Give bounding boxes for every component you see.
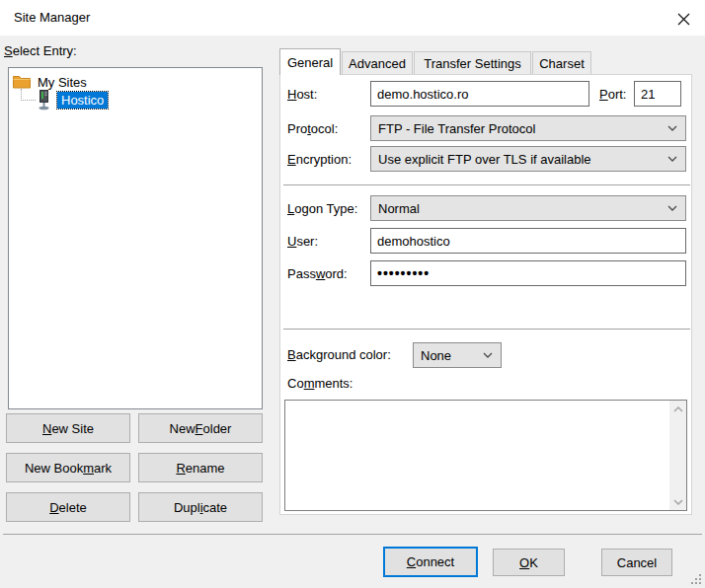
encryption-select[interactable]: Use explicit FTP over TLS if available <box>370 146 686 172</box>
chevron-down-icon <box>667 125 677 131</box>
background-color-selected-value: None <box>421 348 451 363</box>
cancel-button[interactable]: Cancel <box>601 549 672 576</box>
connect-button[interactable]: Connect <box>383 547 478 577</box>
host-label: Host: <box>287 82 317 108</box>
window-title: Site Manager <box>14 10 90 25</box>
site-manager-dialog: Site Manager Select Entry: My Sites <box>0 0 705 588</box>
duplicate-button[interactable]: Duplicate <box>138 492 263 522</box>
chevron-down-icon <box>667 156 677 162</box>
protocol-selected-value: FTP - File Transfer Protocol <box>378 121 535 136</box>
section-separator <box>283 329 690 330</box>
chevron-down-icon <box>667 205 677 211</box>
section-separator <box>283 184 690 185</box>
tree-item-hostico[interactable]: Hostico <box>37 89 108 110</box>
user-label: User: <box>287 229 318 255</box>
chevron-down-icon <box>483 352 493 358</box>
logon-type-label: Logon Type: <box>287 196 357 222</box>
general-tab-panel: Host: Port: Protocol: FTP - File Transfe… <box>279 74 692 515</box>
resize-grip[interactable] <box>690 573 702 585</box>
rename-button[interactable]: Rename <box>138 453 263 482</box>
tree-connector-line <box>21 89 36 101</box>
site-tree[interactable]: My Sites Hostico <box>8 67 263 409</box>
user-input[interactable] <box>370 228 686 254</box>
close-button[interactable] <box>673 9 693 29</box>
ok-button[interactable]: OK <box>493 549 565 576</box>
tab-charset[interactable]: Charset <box>532 51 591 74</box>
close-icon <box>676 12 691 27</box>
comments-textarea[interactable] <box>284 400 687 511</box>
tree-item-label-selected: Hostico <box>57 92 108 109</box>
tree-item-label: My Sites <box>38 75 87 90</box>
comments-label: Comments: <box>287 374 352 394</box>
footer-separator <box>3 534 702 535</box>
tab-transfer-settings[interactable]: Transfer Settings <box>414 51 531 74</box>
background-color-select[interactable]: None <box>413 342 502 368</box>
logon-type-selected-value: Normal <box>378 201 420 216</box>
tab-general[interactable]: General <box>279 48 341 75</box>
logon-type-select[interactable]: Normal <box>370 195 686 221</box>
chevron-up-icon <box>673 406 683 412</box>
port-label: Port: <box>599 82 626 108</box>
new-site-button[interactable]: New Site <box>6 413 130 443</box>
port-input[interactable] <box>634 81 681 107</box>
chevron-down-icon <box>673 499 683 505</box>
encryption-label: Encryption: <box>287 147 352 173</box>
new-bookmark-button[interactable]: New Bookmark <box>6 453 130 482</box>
background-color-label: Background color: <box>287 342 391 368</box>
comments-scrollbar[interactable] <box>669 401 686 510</box>
password-label: Password: <box>287 261 348 287</box>
scroll-down-button[interactable] <box>669 493 686 510</box>
new-folder-button[interactable]: New Folder <box>138 413 263 443</box>
protocol-select[interactable]: FTP - File Transfer Protocol <box>370 115 686 141</box>
scroll-up-button[interactable] <box>669 401 686 417</box>
protocol-label: Protocol: <box>287 116 338 142</box>
password-input[interactable] <box>370 260 686 286</box>
encryption-selected-value: Use explicit FTP over TLS if available <box>378 152 591 167</box>
folder-icon <box>13 75 31 89</box>
titlebar: Site Manager <box>0 0 705 36</box>
host-input[interactable] <box>370 81 589 107</box>
tab-advanced[interactable]: Advanced <box>342 51 413 74</box>
server-icon <box>37 90 51 110</box>
delete-button[interactable]: Delete <box>6 492 130 522</box>
select-entry-label: Select Entry: <box>4 43 77 58</box>
